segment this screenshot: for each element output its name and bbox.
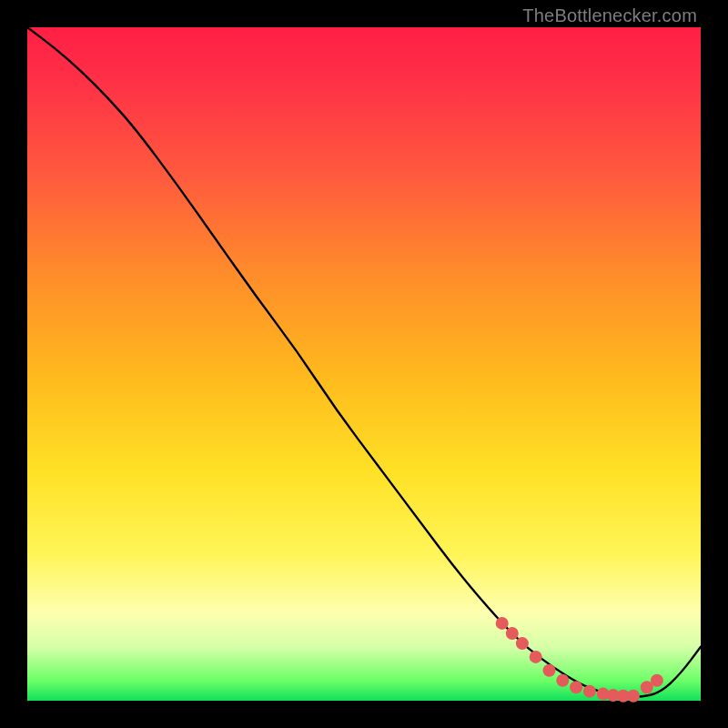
- curve-marker: [530, 651, 542, 663]
- curve-markers: [496, 617, 663, 703]
- curve-marker: [583, 685, 596, 698]
- credit-label: TheBottlenecker.com: [522, 5, 697, 26]
- curve-marker: [506, 627, 519, 640]
- curve-marker: [627, 690, 640, 703]
- curve-marker: [556, 674, 569, 687]
- chart-overlay: [27, 27, 701, 701]
- chart-stage: TheBottlenecker.com: [0, 0, 728, 728]
- bottleneck-curve: [27, 27, 701, 697]
- curve-marker: [651, 674, 663, 687]
- curve-marker: [570, 681, 582, 693]
- plot-area: [27, 27, 701, 701]
- curve-marker: [516, 637, 529, 650]
- curve-marker: [543, 664, 556, 677]
- curve-marker: [496, 617, 509, 630]
